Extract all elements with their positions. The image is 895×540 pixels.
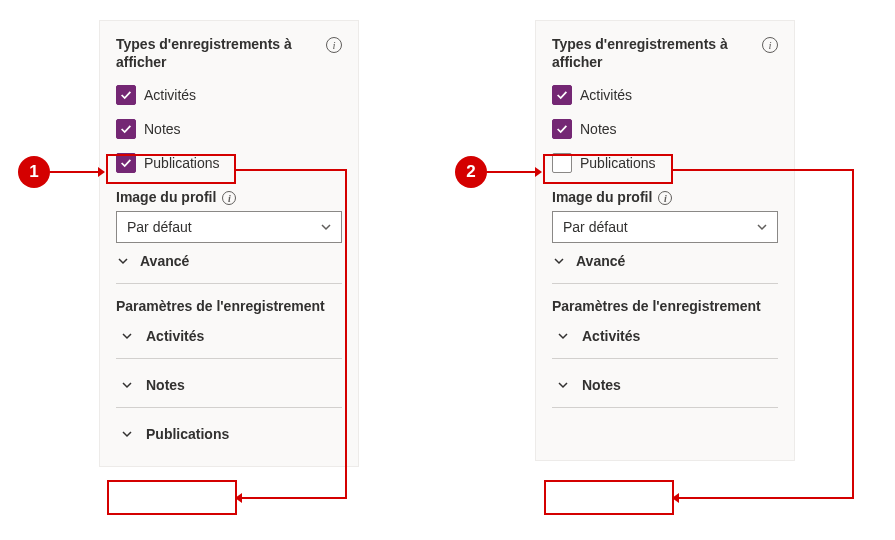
- annotation-arrow-2: [487, 166, 542, 178]
- chevron-down-icon: [120, 378, 134, 392]
- annotation-badge-2: 2: [455, 156, 487, 188]
- chevron-down-icon: [556, 329, 570, 343]
- svg-marker-4: [236, 493, 242, 503]
- checkbox-label: Activités: [144, 87, 196, 103]
- record-settings-item-label: Activités: [146, 328, 204, 344]
- advanced-label: Avancé: [576, 253, 625, 269]
- divider: [552, 283, 778, 284]
- checkbox-notes[interactable]: [116, 119, 136, 139]
- chevron-down-icon: [319, 220, 333, 234]
- annotation-arrow-1: [50, 166, 105, 178]
- divider: [116, 407, 342, 408]
- checkmark-icon: [119, 156, 133, 170]
- checkbox-publications[interactable]: [552, 153, 572, 173]
- checkbox-activities[interactable]: [116, 85, 136, 105]
- divider: [116, 283, 342, 284]
- annotation-highlight-publications-absent-right: [544, 480, 674, 515]
- dropdown-value: Par défaut: [563, 219, 628, 235]
- settings-panel-after: Types d'enregistrements à afficher i Act…: [535, 20, 795, 461]
- divider: [552, 358, 778, 359]
- checkbox-label: Publications: [580, 155, 656, 171]
- checkbox-row-notes[interactable]: Notes: [116, 117, 342, 141]
- checkmark-icon: [555, 88, 569, 102]
- checkbox-label: Notes: [144, 121, 181, 137]
- chevron-down-icon: [120, 427, 134, 441]
- advanced-section-toggle[interactable]: Avancé: [552, 243, 778, 279]
- record-settings-activities[interactable]: Activités: [552, 318, 778, 354]
- checkbox-activities[interactable]: [552, 85, 572, 105]
- record-settings-title: Paramètres de l'enregistrement: [552, 292, 778, 318]
- annotation-highlight-publications-section-left: [107, 480, 237, 515]
- record-settings-notes[interactable]: Notes: [116, 367, 342, 403]
- record-settings-publications[interactable]: Publications: [116, 416, 342, 452]
- checkbox-label: Publications: [144, 155, 220, 171]
- info-icon[interactable]: i: [762, 37, 778, 53]
- checkbox-notes[interactable]: [552, 119, 572, 139]
- info-icon[interactable]: i: [326, 37, 342, 53]
- section-title-record-types: Types d'enregistrements à afficher: [552, 35, 752, 71]
- profile-image-label: Image du profil: [116, 189, 216, 205]
- chevron-down-icon: [556, 378, 570, 392]
- divider: [552, 407, 778, 408]
- checkbox-row-notes[interactable]: Notes: [552, 117, 778, 141]
- advanced-section-toggle[interactable]: Avancé: [116, 243, 342, 279]
- record-settings-item-label: Activités: [582, 328, 640, 344]
- record-settings-title: Paramètres de l'enregistrement: [116, 292, 342, 318]
- checkbox-row-publications[interactable]: Publications: [116, 151, 342, 175]
- checkmark-icon: [119, 122, 133, 136]
- checkmark-icon: [119, 88, 133, 102]
- chevron-down-icon: [120, 329, 134, 343]
- checkbox-label: Notes: [580, 121, 617, 137]
- annotation-badge-1: 1: [18, 156, 50, 188]
- checkmark-icon: [555, 122, 569, 136]
- profile-image-dropdown[interactable]: Par défaut: [552, 211, 778, 243]
- checkbox-row-publications[interactable]: Publications: [552, 151, 778, 175]
- profile-image-label: Image du profil: [552, 189, 652, 205]
- checkbox-publications[interactable]: [116, 153, 136, 173]
- dropdown-value: Par défaut: [127, 219, 192, 235]
- info-icon[interactable]: i: [658, 191, 672, 205]
- info-icon[interactable]: i: [222, 191, 236, 205]
- svg-marker-5: [673, 493, 679, 503]
- section-title-record-types: Types d'enregistrements à afficher: [116, 35, 316, 71]
- checkbox-label: Activités: [580, 87, 632, 103]
- record-settings-notes[interactable]: Notes: [552, 367, 778, 403]
- chevron-down-icon: [116, 254, 130, 268]
- record-settings-item-label: Notes: [146, 377, 185, 393]
- checkbox-row-activities[interactable]: Activités: [116, 83, 342, 107]
- record-settings-item-label: Notes: [582, 377, 621, 393]
- checkbox-row-activities[interactable]: Activités: [552, 83, 778, 107]
- chevron-down-icon: [755, 220, 769, 234]
- record-settings-publications-absent: [552, 416, 778, 446]
- record-settings-activities[interactable]: Activités: [116, 318, 342, 354]
- record-settings-item-label: Publications: [146, 426, 229, 442]
- advanced-label: Avancé: [140, 253, 189, 269]
- profile-image-dropdown[interactable]: Par défaut: [116, 211, 342, 243]
- settings-panel-before: Types d'enregistrements à afficher i Act…: [99, 20, 359, 467]
- chevron-down-icon: [552, 254, 566, 268]
- divider: [116, 358, 342, 359]
